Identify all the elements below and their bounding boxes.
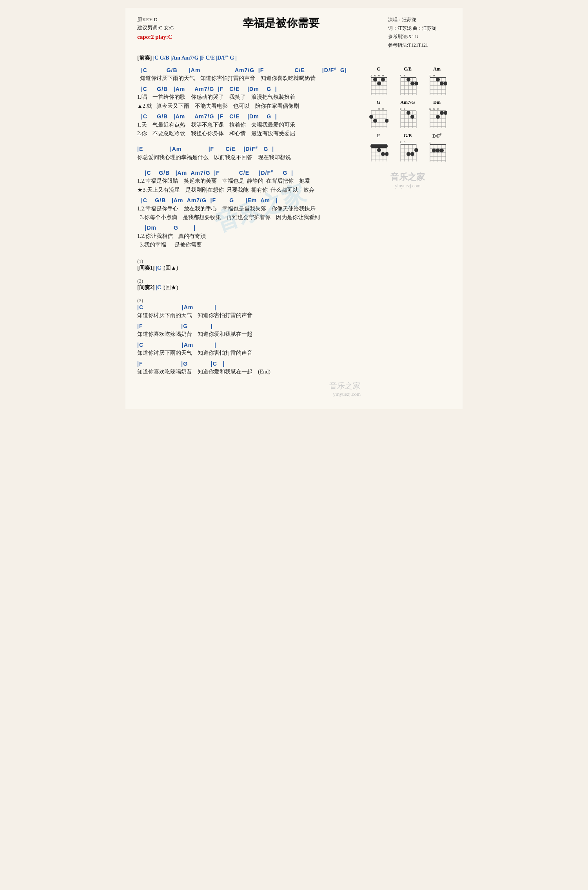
- suggestion-info: 建议男调:C 女:G: [137, 24, 174, 32]
- svg-point-46: [444, 82, 447, 85]
- panel-logo: 音乐之家 yinyuezj.com: [365, 171, 451, 189]
- panel-logo-en: yinyuezj.com: [365, 183, 451, 189]
- svg-text:o: o: [378, 107, 380, 111]
- interlude1-label: [间奏1]: [137, 265, 154, 271]
- svg-point-44: [436, 78, 440, 82]
- svg-point-30: [410, 82, 414, 85]
- chord-Dm-name: Dm: [433, 100, 441, 105]
- svg-text:o: o: [382, 74, 384, 77]
- chord-line-3: |C G/B |Am Am7/G |F C/E |Dm G |: [137, 113, 361, 121]
- lyric-line-c2b: 3.你每个小点滴 是我都想要收集 再难也会守护着你 因为是你让我看到: [137, 213, 361, 222]
- number-2: (2): [137, 278, 361, 284]
- chord-Am-name: Am: [433, 66, 441, 72]
- section-3: |C G/B |Am Am7/G |F C/E |Dm G | 1.天 气最近有…: [137, 113, 361, 138]
- ending-3: |C |Am | 知道你讨厌下雨的天气 知道你害怕打雷的声音: [137, 341, 361, 358]
- svg-point-91: [436, 115, 440, 119]
- chord-diagrams-grid: C x o o o: [365, 66, 451, 163]
- capo-info: capo:2 play:C: [137, 32, 174, 42]
- svg-text:x: x: [433, 107, 435, 111]
- ending-chord-4: |F |G |C |: [137, 360, 361, 368]
- chord-CE-name: C/E: [404, 66, 412, 72]
- lyric-line-3a: 1.天 气最近有点热 我等不急下课 拉着你 去喝我最爱的可乐: [137, 121, 361, 129]
- svg-point-120: [414, 148, 418, 152]
- svg-text:x: x: [429, 74, 431, 77]
- svg-point-29: [407, 78, 410, 82]
- interlude-2: [间奏2] |C |(回★): [137, 284, 361, 291]
- words-info: 词：汪苏泷 曲：汪苏泷: [388, 24, 451, 33]
- svg-point-31: [414, 82, 418, 85]
- song-title: 幸福是被你需要: [174, 16, 388, 31]
- ending-chord-3: |C |Am |: [137, 341, 361, 349]
- svg-text:o: o: [374, 74, 376, 77]
- strum-info: 参考刷法:X↑↑↓: [388, 33, 451, 41]
- lyric-line-c1b: ★3.天上又有流星 是我刚刚在想你 只要我能 拥有你 什么都可以 放弃: [137, 186, 361, 194]
- chord-Am7G: Am7/G o o: [394, 100, 422, 130]
- svg-text:o: o: [437, 107, 439, 111]
- svg-point-89: [440, 111, 444, 115]
- section-chorus3: |Dm G | 1.2.你让我相信 真的有奇蹟 3.我的幸福 是被你需要: [137, 224, 361, 249]
- chord-GB: G/B x o: [394, 133, 422, 163]
- chord-Dm-grid: x x o: [427, 106, 447, 130]
- logo-cn: 音乐之家: [329, 381, 361, 390]
- svg-text:o: o: [400, 107, 401, 111]
- svg-text:o: o: [378, 74, 380, 77]
- chord-G-name: G: [377, 100, 380, 105]
- svg-rect-102: [370, 145, 388, 148]
- lyric-line-bridge: 你总爱问我心理的幸福是什么 以前我总不回答 现在我却想说: [137, 153, 361, 162]
- chord-C-grid: x o o o: [368, 73, 388, 96]
- svg-point-103: [377, 148, 381, 152]
- chord-CE: C/E x x: [394, 66, 422, 96]
- svg-point-133: [436, 149, 440, 152]
- finger-info: 参考指法:T121T121: [388, 41, 451, 50]
- chord-F-name: F: [377, 133, 380, 139]
- svg-point-61: [385, 119, 388, 123]
- section-bridge: |E |Am |F C/E |D/F# G | 你总爱问我心理的幸福是什么 以前…: [137, 145, 361, 162]
- interlude2-return: |(回★): [163, 285, 178, 290]
- ending-1: |C |Am | 知道你讨厌下雨的天气 知道你害怕打雷的声音: [137, 304, 361, 320]
- header-right: 演唱：汪苏泷 词：汪苏泷 曲：汪苏泷 参考刷法:X↑↑↓ 参考指法:T121T1…: [388, 16, 451, 49]
- ending-2: |F |G | 知道你喜欢吃辣喝奶昔 知道你爱和我腻在一起: [137, 323, 361, 339]
- chord-Am: Am x o: [423, 66, 451, 96]
- interlude-1: [间奏1] |C |(回▲): [137, 265, 361, 272]
- ending-chord-1: |C |Am |: [137, 304, 361, 312]
- svg-point-74: [407, 111, 410, 115]
- lyric-line-2b: ▲2.就 算今天又下雨 不能去看电影 也可以 陪你在家看偶像剧: [137, 102, 361, 111]
- ending-lyric-3: 知道你讨厌下雨的天气 知道你害怕打雷的声音: [137, 349, 361, 357]
- svg-text:x: x: [400, 74, 401, 77]
- chord-diagrams-panel: C x o o o: [365, 66, 451, 189]
- section-chorus2: |C G/B |Am Am7/G |F G |Em Am | 1.2.幸福是你手…: [137, 197, 361, 222]
- svg-text:x: x: [429, 141, 431, 144]
- svg-point-119: [410, 152, 414, 156]
- number-3: (3): [137, 297, 361, 304]
- svg-text:o: o: [382, 107, 384, 111]
- header: 原KEY:D 建议男调:C 女:G capo:2 play:C 幸福是被你需要 …: [137, 16, 451, 49]
- section-1: |C G/B |Am Am7/G |F C/E |D/F# G| 知道你讨厌下雨…: [137, 66, 361, 83]
- ending-4: |F |G |C | 知道你喜欢吃辣喝奶昔 知道你爱和我腻在一起 (End): [137, 360, 361, 377]
- svg-point-134: [440, 149, 444, 152]
- header-left: 原KEY:D 建议男调:C 女:G capo:2 play:C: [137, 16, 174, 42]
- key-info: 原KEY:D: [137, 16, 174, 24]
- lyric-line-2a: 1.唱 一首给你的歌 你感动的哭了 我笑了 浪漫把气氛装扮着: [137, 93, 361, 102]
- svg-text:x: x: [400, 140, 401, 144]
- svg-point-90: [444, 111, 447, 115]
- prelude-chords: |C G/B |Am Am7/G |F C/E |D/F# G |: [153, 55, 237, 61]
- chord-C: C x o o o: [365, 66, 392, 96]
- svg-point-104: [381, 152, 385, 156]
- chord-Am7G-grid: o o: [397, 106, 418, 130]
- chord-G: G o o: [365, 100, 392, 130]
- lyric-line-c3b: 3.我的幸福 是被你需要: [137, 241, 361, 249]
- section-2: |C G/B |Am Am7/G |F C/E |Dm G | 1.唱 一首给你…: [137, 85, 361, 111]
- panel-logo-cn: 音乐之家: [365, 171, 451, 183]
- svg-point-45: [440, 82, 444, 85]
- svg-point-105: [385, 152, 388, 156]
- svg-text:o: o: [433, 74, 435, 77]
- chord-F: F: [365, 133, 392, 163]
- interlude1-chords: |C: [156, 265, 163, 271]
- chord-Am-grid: x o: [427, 73, 447, 96]
- chord-GB-name: G/B: [404, 133, 412, 139]
- chord-line-bridge: |E |Am |F C/E |D/F# G |: [137, 145, 361, 153]
- lyric-line-c3a: 1.2.你让我相信 真的有奇蹟: [137, 232, 361, 241]
- chord-Dm: Dm x x o: [423, 100, 451, 130]
- svg-point-16: [381, 78, 385, 82]
- chord-line-1: |C G/B |Am Am7/G |F C/E |D/F# G|: [137, 66, 361, 74]
